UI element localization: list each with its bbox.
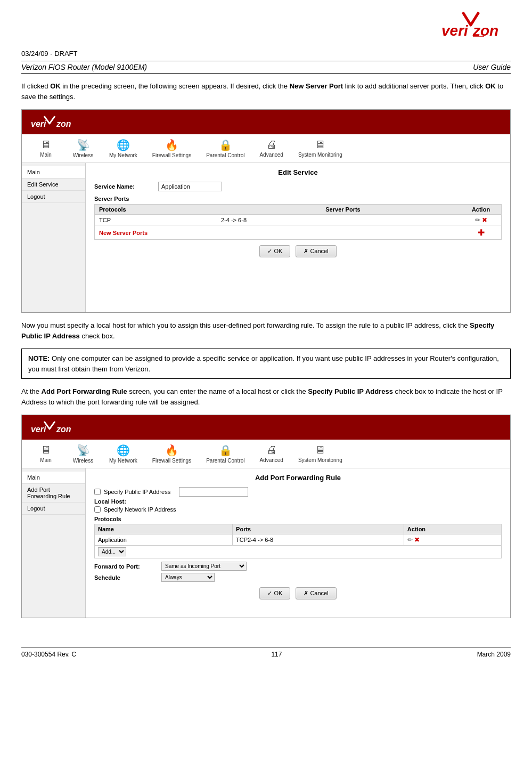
schedule-select[interactable]: Always	[161, 573, 215, 582]
edit-service-screenshot: veri zon 🖥 Main 📡 Wireless 🌐 My Network …	[21, 109, 511, 313]
nav-firewall-2[interactable]: 🔥 Firewall Settings	[145, 442, 199, 466]
add-protocol-select[interactable]: Add...	[98, 547, 126, 556]
nav-mynetwork-2[interactable]: 🌐 My Network	[102, 442, 145, 466]
edit-icon-2[interactable]: ✏	[407, 536, 413, 544]
verizon-logo: veri zon	[431, 8, 516, 40]
nav-main-1[interactable]: 🖥 Main	[27, 136, 64, 160]
sidebar-logout-1[interactable]: Logout	[22, 191, 85, 203]
nav-firewall-label-2: Firewall Settings	[152, 458, 191, 464]
nav-wireless-1[interactable]: 📡 Wireless	[64, 136, 102, 160]
main-icon: 🖥	[40, 139, 51, 151]
sidebar-2: Main Add Port Forwarding Rule Logout	[22, 468, 86, 618]
sidebar-main-1[interactable]: Main	[22, 166, 85, 179]
nav-advanced-1[interactable]: 🖨 Advanced	[252, 136, 290, 160]
nav-parental-2[interactable]: 🔒 Parental Control	[199, 442, 252, 466]
nav-parental-label-2: Parental Control	[206, 458, 244, 464]
add-icon[interactable]: ✚	[478, 228, 485, 238]
action-header: Action	[465, 206, 497, 213]
add-icon-container: ✚	[465, 228, 497, 238]
nav-main-2[interactable]: 🖥 Main	[27, 442, 64, 466]
firewall-icon: 🔥	[165, 139, 178, 151]
protocols-table: Name Ports Action Application TCP2-4 -> …	[94, 524, 502, 558]
nav-main-label-2: Main	[40, 457, 52, 463]
firewall-icon-2: 🔥	[165, 444, 178, 457]
cancel-button-2[interactable]: ✗ Cancel	[296, 587, 336, 599]
schedule-row: Schedule Always	[94, 573, 502, 582]
protocols-section-label: Protocols	[94, 516, 502, 522]
public-ip-input[interactable]	[179, 487, 248, 497]
nav-firewall-1[interactable]: 🔥 Firewall Settings	[145, 136, 199, 160]
logo-header: veri zon	[0, 0, 532, 44]
note-text: Only one computer can be assigned to pro…	[28, 354, 499, 373]
sidebar-editservice[interactable]: Edit Service	[22, 179, 85, 191]
action-icons: ✏ ✖	[465, 216, 497, 224]
specify-network-ip-row: Specify Network IP Address	[94, 506, 502, 513]
ok-button-2[interactable]: ✓ OK	[259, 587, 290, 599]
doc-subtitle: User Guide	[473, 63, 511, 71]
router-header-1: veri zon	[22, 110, 510, 134]
footer-right: March 2009	[477, 651, 511, 658]
service-name-label: Service Name:	[94, 183, 158, 190]
server-ports-title: Server Ports	[94, 196, 502, 202]
router-body-2: Main Add Port Forwarding Rule Logout Add…	[22, 468, 510, 618]
note-box: NOTE: Only one computer can be assigned …	[21, 349, 511, 379]
router-logo-1: veri zon	[28, 114, 92, 130]
mynetwork-icon-2: 🌐	[117, 444, 130, 457]
nav-mynetwork-label-2: My Network	[109, 458, 137, 464]
action-col-header: Action	[404, 524, 501, 534]
footer-left: 030-300554 Rev. C	[21, 651, 76, 658]
sidebar-addportfwd[interactable]: Add Port Forwarding Rule	[22, 484, 85, 503]
router-logo-2: veri zon	[28, 419, 92, 435]
specify-public-ip-label: Specify Public IP Address	[104, 489, 170, 495]
sidebar-1: Main Edit Service Logout	[22, 163, 86, 312]
edit-service-title: Edit Service	[94, 168, 502, 176]
nav-advanced-2[interactable]: 🖨 Advanced	[252, 442, 290, 466]
para3: At the Add Port Forwarding Rule screen, …	[21, 386, 511, 407]
delete-icon[interactable]: ✖	[482, 216, 487, 224]
parental-icon-2: 🔒	[219, 444, 232, 457]
forward-to-port-row: Forward to Port: Same as Incoming Port	[94, 562, 502, 571]
footer-center: 117	[271, 651, 282, 658]
forward-to-port-label: Forward to Port:	[94, 563, 158, 570]
add-port-btn-row: ✓ OK ✗ Cancel	[94, 587, 502, 599]
intro-paragraph: If clicked OK in the preceding screen, t…	[21, 81, 511, 102]
nav-wireless-label-2: Wireless	[73, 458, 93, 464]
router-header-2: veri zon	[22, 415, 510, 440]
nav-firewall-label-1: Firewall Settings	[152, 152, 191, 158]
add-protocol-row: Add...	[95, 546, 502, 558]
nav-wireless-2[interactable]: 📡 Wireless	[64, 442, 102, 466]
router-nav-1: 🖥 Main 📡 Wireless 🌐 My Network 🔥 Firewal…	[22, 134, 510, 163]
advanced-icon: 🖨	[266, 139, 277, 151]
footer: 030-300554 Rev. C 117 March 2009	[21, 647, 511, 661]
nav-mynetwork-1[interactable]: 🌐 My Network	[102, 136, 145, 160]
edit-service-btn-row: ✓ OK ✗ Cancel	[94, 245, 502, 257]
forward-to-port-select[interactable]: Same as Incoming Port	[161, 562, 247, 571]
service-name-row: Service Name:	[94, 182, 502, 191]
delete-icon-2[interactable]: ✖	[414, 536, 420, 544]
server-ports-table: Protocols Server Ports Action TCP 2-4 ->…	[94, 204, 502, 240]
edit-service-content: Edit Service Service Name: Server Ports …	[86, 163, 510, 312]
edit-icon[interactable]: ✏	[475, 216, 480, 224]
sidebar-logout-2[interactable]: Logout	[22, 503, 85, 515]
proto-tcp: TCP	[99, 217, 221, 223]
ok-button-1[interactable]: ✓ OK	[259, 245, 290, 257]
svg-text:zon: zon	[56, 119, 71, 128]
nav-sysmon-label-1: System Monitoring	[298, 152, 342, 158]
sidebar-main-2[interactable]: Main	[22, 472, 85, 484]
new-server-ports-label[interactable]: New Server Ports	[99, 230, 465, 236]
new-server-ports-row: New Server Ports ✚	[95, 226, 501, 239]
app-name: Application	[95, 534, 233, 546]
specify-public-ip-checkbox[interactable]	[94, 489, 101, 495]
cancel-button-1[interactable]: ✗ Cancel	[296, 245, 336, 257]
main-icon-2: 🖥	[40, 444, 51, 456]
specify-network-ip-checkbox[interactable]	[94, 506, 101, 513]
para2: Now you must specify a local host for wh…	[21, 320, 511, 341]
nav-parental-1[interactable]: 🔒 Parental Control	[199, 136, 252, 160]
app-action: ✏ ✖	[404, 534, 501, 546]
ports-value: 2-4 -> 6-8	[221, 217, 465, 223]
service-name-input[interactable]	[158, 182, 222, 191]
nav-sysmon-2[interactable]: 🖥 System Monitoring	[291, 442, 350, 466]
add-protocol-cell: Add...	[95, 546, 502, 558]
nav-sysmon-1[interactable]: 🖥 System Monitoring	[291, 136, 350, 160]
specify-network-ip-label: Specify Network IP Address	[104, 506, 176, 513]
